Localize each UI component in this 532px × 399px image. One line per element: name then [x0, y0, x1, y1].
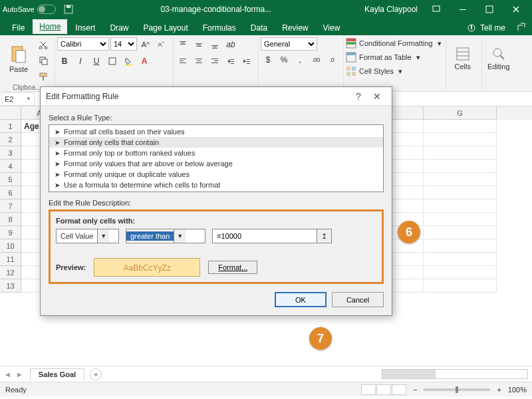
tell-me-icon[interactable]	[467, 23, 476, 33]
tab-draw[interactable]: Draw	[103, 21, 135, 35]
cell-styles-button[interactable]: Cell Styles ▾	[346, 65, 442, 77]
add-sheet-button[interactable]: +	[90, 368, 102, 380]
tab-insert[interactable]: Insert	[68, 21, 102, 35]
row-header[interactable]: 3	[0, 146, 21, 160]
row-header[interactable]: 7	[0, 200, 21, 213]
paste-button[interactable]: Paste	[4, 37, 33, 80]
row-header[interactable]: 11	[0, 253, 21, 266]
align-left-button[interactable]	[176, 54, 190, 68]
maximize-button[interactable]	[476, 0, 503, 19]
align-top-button[interactable]	[176, 37, 190, 52]
sheet-nav-icon[interactable]: ◄ ►	[4, 370, 25, 378]
number-format-select[interactable]: General	[261, 37, 317, 51]
cut-button[interactable]	[36, 37, 51, 52]
row-header[interactable]: 9	[0, 226, 21, 239]
horizontal-scrollbar[interactable]	[107, 369, 528, 379]
increase-font-button[interactable]: A^	[138, 37, 153, 52]
percent-button[interactable]: %	[277, 53, 291, 67]
bold-button[interactable]: B	[57, 54, 72, 68]
row-header[interactable]: 12	[0, 266, 21, 279]
sheet-tab-active[interactable]: Sales Goal	[30, 368, 84, 380]
tab-tell-me[interactable]: Tell me	[480, 23, 505, 33]
rule-type-item[interactable]: ➤Format only top or bottom ranked values	[49, 148, 383, 158]
value-input[interactable]: ↥	[212, 229, 332, 243]
tab-view[interactable]: View	[317, 21, 347, 35]
format-button[interactable]: Format...	[208, 261, 257, 274]
rule-type-item[interactable]: ➤Use a formula to determine which cells …	[49, 180, 383, 190]
increase-indent-button[interactable]	[239, 54, 254, 68]
row-header[interactable]: 2	[0, 133, 21, 146]
comma-button[interactable]: ,	[293, 53, 307, 67]
rule-type-item[interactable]: ➤Format only unique or duplicate values	[49, 169, 383, 180]
user-name[interactable]: Kayla Claypool	[364, 5, 418, 14]
accounting-button[interactable]: $	[261, 53, 275, 67]
rule-type-item[interactable]: ➤Format only values that are above or be…	[49, 158, 383, 169]
cancel-button[interactable]: Cancel	[332, 292, 384, 307]
align-right-button[interactable]	[207, 54, 222, 68]
underline-button[interactable]: U	[89, 54, 104, 68]
border-button[interactable]	[105, 54, 120, 68]
arrow-icon: ➤	[55, 128, 60, 136]
row-header[interactable]: 5	[0, 173, 21, 186]
rule-type-list[interactable]: ➤Format all cells based on their values …	[49, 124, 384, 192]
row-header[interactable]: 6	[0, 186, 21, 200]
cell-value-combo[interactable]: Cell Value▼	[56, 229, 119, 243]
page-break-view-button[interactable]	[392, 384, 406, 395]
zoom-slider[interactable]	[424, 388, 490, 391]
copy-button[interactable]	[36, 53, 51, 68]
row-header[interactable]: 13	[0, 279, 21, 293]
decrease-decimal-button[interactable]: .0	[325, 53, 339, 67]
format-as-table-button[interactable]: Format as Table ▾	[346, 51, 442, 63]
row-header[interactable]: 1	[0, 120, 21, 133]
align-middle-button[interactable]	[192, 37, 206, 52]
autosave-toggle[interactable]: AutoSave	[3, 5, 56, 14]
range-picker-icon[interactable]: ↥	[317, 229, 331, 243]
normal-view-button[interactable]	[361, 384, 376, 395]
row-header[interactable]: 10	[0, 239, 21, 253]
conditional-formatting-button[interactable]: Conditional Formatting ▾	[346, 37, 442, 49]
tab-formulas[interactable]: Formulas	[196, 21, 243, 35]
align-bottom-button[interactable]	[207, 37, 222, 52]
cells-button[interactable]: Cells	[448, 37, 477, 80]
ribbon-options-icon[interactable]	[423, 0, 450, 19]
arrow-icon: ➤	[55, 139, 60, 146]
save-icon[interactable]	[64, 5, 73, 14]
page-layout-view-button[interactable]	[376, 384, 391, 395]
dialog-help-button[interactable]: ?	[349, 91, 368, 102]
tab-home[interactable]: Home	[33, 19, 67, 35]
decrease-font-button[interactable]: A˅	[154, 37, 169, 52]
font-color-button[interactable]: A	[137, 54, 152, 68]
share-icon[interactable]	[516, 23, 527, 33]
zoom-in-button[interactable]: +	[497, 386, 501, 394]
zoom-out-button[interactable]: −	[413, 386, 417, 394]
svg-rect-46	[346, 66, 350, 70]
minimize-button[interactable]	[450, 0, 476, 19]
tab-page-layout[interactable]: Page Layout	[136, 21, 194, 35]
increase-decimal-button[interactable]: .00	[309, 53, 323, 67]
close-button[interactable]	[503, 0, 529, 19]
operator-combo[interactable]: greater than▼	[126, 229, 205, 243]
rule-type-item[interactable]: ➤Format only cells that contain	[49, 137, 383, 148]
dialog-close-button[interactable]: ✕	[368, 91, 386, 102]
orientation-button[interactable]: ab	[223, 37, 238, 52]
tab-data[interactable]: Data	[244, 21, 274, 35]
rule-type-item[interactable]: ➤Format all cells based on their values	[49, 126, 383, 137]
decrease-indent-button[interactable]	[223, 54, 238, 68]
dialog-titlebar[interactable]: Edit Formatting Rule ? ✕	[41, 87, 392, 106]
italic-button[interactable]: I	[73, 54, 88, 68]
font-size-select[interactable]: 14	[110, 37, 137, 51]
name-box[interactable]: E2▼	[1, 92, 35, 106]
zoom-level[interactable]: 100%	[508, 386, 527, 394]
font-name-select[interactable]: Calibri	[57, 37, 109, 51]
tab-review[interactable]: Review	[275, 21, 315, 35]
row-header[interactable]: 8	[0, 213, 21, 226]
align-center-button[interactable]	[192, 54, 206, 68]
select-all-corner[interactable]	[0, 106, 21, 120]
format-painter-button[interactable]	[36, 69, 51, 84]
ok-button[interactable]: OK	[275, 292, 327, 307]
editing-button[interactable]: Editing	[484, 37, 513, 80]
tab-file[interactable]: File	[5, 21, 31, 35]
fill-color-button[interactable]	[121, 54, 136, 68]
row-header[interactable]: 4	[0, 160, 21, 173]
col-header[interactable]: G	[424, 106, 497, 120]
